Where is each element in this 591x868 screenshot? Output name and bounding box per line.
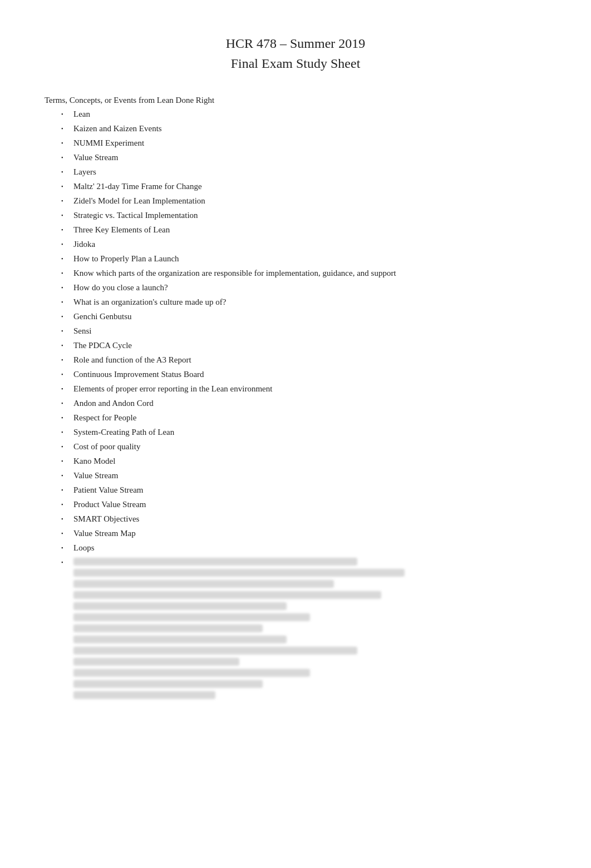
list-item-text: Respect for People [73, 411, 546, 424]
list-item: ▪System-Creating Path of Lean [45, 425, 546, 439]
list-item: ▪Layers [45, 165, 546, 178]
bullet-icon: ▪ [61, 237, 73, 248]
bullet-icon: ▪ [61, 194, 73, 205]
bullet-icon: ▪ [61, 151, 73, 161]
bullet-icon: ▪ [61, 396, 73, 407]
list-item-text: Product Value Stream [73, 498, 546, 511]
list-item: ▪How to Properly Plan a Launch [45, 252, 546, 265]
list-item-text: Continuous Improvement Status Board [73, 368, 546, 381]
list-item: ▪Respect for People [45, 411, 546, 424]
list-item: ▪Sensi [45, 324, 546, 338]
list-item: ▪Andon and Andon Cord [45, 396, 546, 410]
list-item: ▪The PDCA Cycle [45, 339, 546, 352]
bullet-icon: ▪ [61, 440, 73, 450]
bullet-icon: ▪ [61, 252, 73, 262]
list-item-text: The PDCA Cycle [73, 339, 546, 352]
topics-list: ▪Lean▪Kaizen and Kaizen Events▪NUMMI Exp… [45, 107, 546, 702]
list-item-text: Loops [73, 541, 546, 554]
bullet-icon: ▪ [61, 512, 73, 523]
bullet-icon: ▪ [61, 107, 73, 118]
list-item-text: Value Stream [73, 469, 546, 482]
list-item-text: Know which parts of the organization are… [73, 266, 546, 280]
list-item: ▪Kano Model [45, 454, 546, 468]
list-item: ▪Lean [45, 107, 546, 121]
list-item: ▪Value Stream [45, 469, 546, 482]
bullet-icon: ▪ [61, 223, 73, 234]
list-item-text: Layers [73, 165, 546, 178]
bullet-icon: ▪ [61, 324, 73, 335]
list-item: ▪How do you close a launch? [45, 281, 546, 294]
list-item-blurred: ▪ [45, 555, 546, 702]
bullet-icon: ▪ [61, 368, 73, 378]
list-item-text: How to Properly Plan a Launch [73, 252, 546, 265]
list-item: ▪Loops [45, 541, 546, 554]
list-item: ▪Kaizen and Kaizen Events [45, 122, 546, 135]
bullet-icon: ▪ [61, 266, 73, 277]
bullet-icon: ▪ [61, 281, 73, 291]
title-line1: HCR 478 – Summer 2019 [226, 36, 366, 51]
list-item: ▪Jidoka [45, 237, 546, 251]
bullet-icon: ▪ [61, 527, 73, 537]
bullet-icon: ▪ [61, 541, 73, 552]
list-item-text: SMART Objectives [73, 512, 546, 525]
list-item-text: Three Key Elements of Lean [73, 223, 546, 236]
bullet-icon: ▪ [61, 454, 73, 465]
list-item-text: Genchi Genbutsu [73, 310, 546, 323]
list-item: ▪Role and function of the A3 Report [45, 353, 546, 366]
list-item-text: System-Creating Path of Lean [73, 425, 546, 439]
page-header: HCR 478 – Summer 2019 Final Exam Study S… [45, 33, 546, 73]
list-item-text: Value Stream [73, 151, 546, 164]
list-item-text: Kano Model [73, 454, 546, 468]
bullet-icon: ▪ [61, 310, 73, 320]
list-item: ▪Three Key Elements of Lean [45, 223, 546, 236]
list-item-text: Lean [73, 107, 546, 121]
bullet-icon: ▪ [61, 136, 73, 147]
list-item: ▪SMART Objectives [45, 512, 546, 525]
bullet-icon: ▪ [61, 165, 73, 176]
list-item-text: Jidoka [73, 237, 546, 251]
list-item-text: How do you close a launch? [73, 281, 546, 294]
bullet-icon: ▪ [61, 469, 73, 479]
list-item-text: Role and function of the A3 Report [73, 353, 546, 366]
list-item: ▪Value Stream [45, 151, 546, 164]
bullet-icon: ▪ [61, 483, 73, 494]
list-item: ▪Zidel's Model for Lean Implementation [45, 194, 546, 207]
list-item: ▪Genchi Genbutsu [45, 310, 546, 323]
bullet-icon: ▪ [61, 498, 73, 508]
list-item-text: Maltz' 21-day Time Frame for Change [73, 180, 546, 193]
list-item-text: Value Stream Map [73, 527, 546, 540]
list-item: ▪Cost of poor quality [45, 440, 546, 453]
list-item: ▪NUMMI Experiment [45, 136, 546, 150]
list-item-text: Kaizen and Kaizen Events [73, 122, 546, 135]
list-item-text: Andon and Andon Cord [73, 396, 546, 410]
list-item-text: Elements of proper error reporting in th… [73, 382, 546, 395]
list-item: ▪Elements of proper error reporting in t… [45, 382, 546, 395]
title-line2: Final Exam Study Sheet [231, 56, 361, 71]
list-item: ▪Patient Value Stream [45, 483, 546, 497]
list-item: ▪Value Stream Map [45, 527, 546, 540]
bullet-icon: ▪ [61, 425, 73, 436]
list-item: ▪Continuous Improvement Status Board [45, 368, 546, 381]
bullet-icon: ▪ [61, 122, 73, 132]
blurred-content [73, 558, 546, 702]
list-item: ▪Product Value Stream [45, 498, 546, 511]
list-item-text: What is an organization's culture made u… [73, 295, 546, 309]
bullet-icon: ▪ [61, 180, 73, 190]
bullet-icon: ▪ [61, 339, 73, 349]
list-item-text: NUMMI Experiment [73, 136, 546, 150]
bullet-icon: ▪ [61, 411, 73, 421]
bullet-icon: ▪ [61, 555, 73, 566]
bullet-icon: ▪ [61, 382, 73, 393]
list-item-text: Sensi [73, 324, 546, 338]
list-item: ▪What is an organization's culture made … [45, 295, 546, 309]
list-item: ▪Know which parts of the organization ar… [45, 266, 546, 280]
intro-text: Terms, Concepts, or Events from Lean Don… [45, 96, 546, 702]
list-item: ▪Strategic vs. Tactical Implementation [45, 209, 546, 222]
list-item-text: Cost of poor quality [73, 440, 546, 453]
list-item-text: Patient Value Stream [73, 483, 546, 497]
list-item-text: Zidel's Model for Lean Implementation [73, 194, 546, 207]
bullet-icon: ▪ [61, 353, 73, 364]
bullet-icon: ▪ [61, 295, 73, 306]
list-item: ▪Maltz' 21-day Time Frame for Change [45, 180, 546, 193]
list-item-text: Strategic vs. Tactical Implementation [73, 209, 546, 222]
